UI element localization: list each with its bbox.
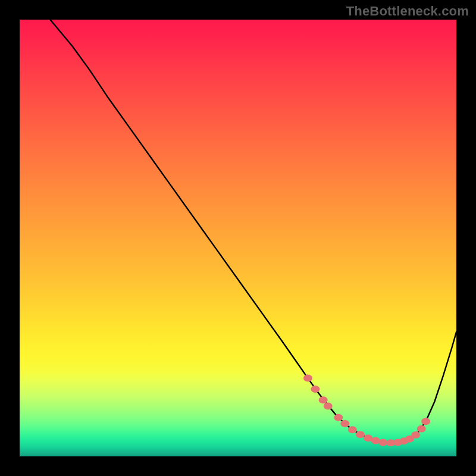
curve-marker (411, 431, 420, 439)
curve-marker (417, 425, 426, 433)
plot-area (20, 20, 456, 456)
curve-marker (324, 403, 333, 410)
curve-marker (378, 439, 387, 446)
curve-marker (303, 375, 312, 382)
curve-marker (319, 396, 328, 403)
curve-marker (348, 426, 357, 433)
curve-marker (340, 420, 349, 427)
curve-marker (421, 418, 430, 425)
chart-frame: TheBottleneck.com (0, 0, 476, 476)
bottleneck-curve (50, 20, 456, 443)
curve-marker (334, 414, 343, 421)
curve-marker (356, 431, 365, 438)
watermark-text: TheBottleneck.com (346, 4, 469, 19)
chart-overlay (20, 20, 456, 456)
curve-marker (311, 386, 320, 393)
